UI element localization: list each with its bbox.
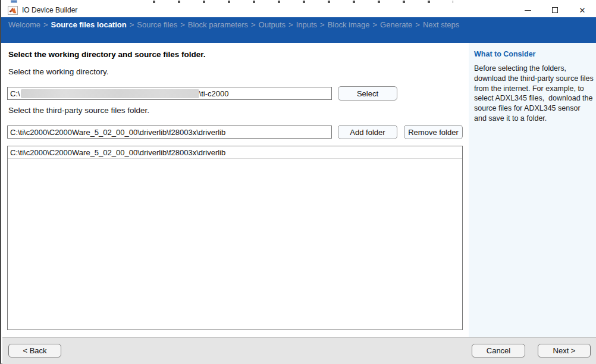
working-directory-value-suffix: \ti-c2000 [199,89,229,98]
next-button[interactable]: Next > [538,344,591,357]
working-directory-value-prefix: C:\ [10,89,20,98]
close-icon: ✕ [579,7,586,14]
breadcrumb-step-source-files-location: Source files location [51,20,127,29]
breadcrumb-separator: > [320,20,325,29]
breadcrumb-step-block-parameters: Block parameters [188,20,248,29]
select-button[interactable]: Select [338,86,397,101]
breadcrumb-step-block-image: Block image [328,20,370,29]
window-title: IO Device Builder [22,6,77,14]
working-directory-label: Select the working directory. [8,67,109,76]
breadcrumb-step-source-files: Source files [137,20,177,29]
source-folder-input[interactable] [7,125,332,139]
breadcrumb-step-next-steps: Next steps [423,20,459,29]
add-folder-button[interactable]: Add folder [338,125,397,139]
what-to-consider-text: Before selecting the folders, download t… [474,64,594,124]
redacted-path-overlay [21,89,199,98]
io-device-builder-window: IO Device Builder ✕ Welcome>Source files… [0,0,596,364]
maximize-button[interactable] [541,3,569,17]
breadcrumb-separator: > [251,20,256,29]
matlab-logo-icon [8,6,18,15]
window-controls: ✕ [514,3,596,17]
wizard-header-band: Welcome>Source files location>Source fil… [1,17,596,43]
footer-bar: < Back Cancel Next > [2,337,596,364]
what-to-consider-panel: What to Consider Before selecting the fo… [469,43,596,337]
source-folder-label: Select the third-party source files fold… [8,106,149,115]
close-button[interactable]: ✕ [569,3,596,17]
breadcrumb-step-outputs: Outputs [259,20,286,29]
remove-folder-button[interactable]: Remove folder [404,125,463,139]
breadcrumb-separator: > [373,20,378,29]
breadcrumb-separator: > [180,20,185,29]
breadcrumb-separator: > [130,20,134,29]
breadcrumb-step-generate: Generate [380,20,412,29]
breadcrumb-step-inputs: Inputs [296,20,317,29]
source-folders-list[interactable]: C:\ti\c2000\C2000Ware_5_02_00_00\driverl… [7,146,463,330]
minimize-button[interactable] [514,3,541,17]
content-area: Select the working directory and source … [2,43,596,337]
list-item[interactable]: C:\ti\c2000\C2000Ware_5_02_00_00\driverl… [8,146,462,159]
main-panel: Select the working directory and source … [2,43,469,337]
what-to-consider-heading: What to Consider [474,50,591,58]
breadcrumb-step-welcome: Welcome [8,20,40,29]
breadcrumb-separator: > [43,20,48,29]
breadcrumb-separator: > [288,20,293,29]
maximize-icon [552,7,558,13]
working-directory-input[interactable]: C:\ \ti-c2000 [7,87,332,100]
back-button[interactable]: < Back [8,344,61,357]
title-bar: IO Device Builder ✕ [1,3,596,17]
cancel-button[interactable]: Cancel [472,344,525,357]
minimize-icon [525,10,531,11]
breadcrumb: Welcome>Source files location>Source fil… [8,20,596,29]
breadcrumb-separator: > [415,20,420,29]
page-title: Select the working directory and source … [8,50,206,59]
